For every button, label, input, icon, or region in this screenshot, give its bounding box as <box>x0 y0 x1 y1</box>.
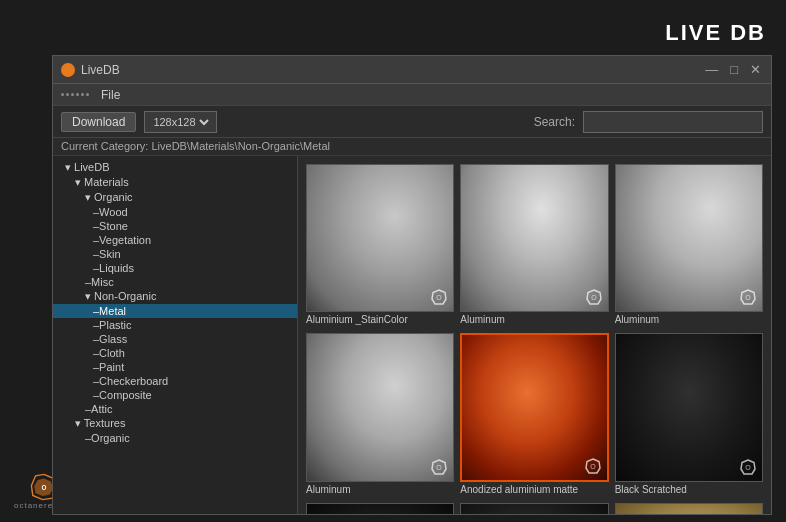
material-item-anodized[interactable]: O Anodized aluminium matte <box>460 333 608 496</box>
material-thumb-aluminium-staincolor: O <box>306 164 454 312</box>
material-item-aluminum2[interactable]: O Aluminum <box>615 164 763 327</box>
material-thumb-aluminum2: O <box>615 164 763 312</box>
tree-item-textures-organic[interactable]: –Organic <box>53 431 297 445</box>
titlebar: LiveDB — □ ✕ <box>53 56 771 84</box>
tree-item-organic[interactable]: ▾ Organic <box>53 190 297 205</box>
size-selector[interactable]: 128x128 64x64 256x256 512x512 <box>144 111 217 133</box>
octane-watermark-2: O <box>586 289 602 305</box>
live-db-title: LIVE DB <box>665 20 766 46</box>
svg-text:O: O <box>745 464 751 471</box>
menu-dots <box>61 93 89 96</box>
material-thumb-aluminum3: O <box>306 333 454 481</box>
main-content: ▾ LiveDB ▾ Materials ▾ Organic –Wood –St… <box>53 156 771 514</box>
livedb-window: LiveDB — □ ✕ File Download 128x128 64x64… <box>52 55 772 515</box>
tree-item-checkerboard[interactable]: –Checkerboard <box>53 374 297 388</box>
tree-item-livedb[interactable]: ▾ LiveDB <box>53 160 297 175</box>
search-label: Search: <box>534 115 575 129</box>
svg-text:O: O <box>41 484 46 491</box>
svg-text:O: O <box>590 463 596 470</box>
menu-dot-4 <box>76 93 79 96</box>
maximize-button[interactable]: □ <box>728 63 740 76</box>
menu-dot-5 <box>81 93 84 96</box>
tree-item-metal[interactable]: –Metal <box>53 304 297 318</box>
tree-item-attic[interactable]: –Attic <box>53 402 297 416</box>
tree-item-liquids[interactable]: –Liquids <box>53 261 297 275</box>
tree-item-wood[interactable]: –Wood <box>53 205 297 219</box>
tree-item-materials[interactable]: ▾ Materials <box>53 175 297 190</box>
svg-text:O: O <box>437 294 443 301</box>
octane-watermark-3: O <box>740 289 756 305</box>
material-item-row3-3[interactable]: O <box>615 503 763 514</box>
menu-dot-3 <box>71 93 74 96</box>
window-icon <box>61 63 75 77</box>
search-input[interactable] <box>583 111 763 133</box>
material-name-anodized: Anodized aluminium matte <box>460 482 608 497</box>
material-item-aluminum3[interactable]: O Aluminum <box>306 333 454 496</box>
material-name-aluminum2: Aluminum <box>615 312 763 327</box>
window-title: LiveDB <box>81 63 120 77</box>
material-name-aluminum3: Aluminum <box>306 482 454 497</box>
titlebar-controls: — □ ✕ <box>703 63 763 76</box>
tree-item-cloth[interactable]: –Cloth <box>53 346 297 360</box>
material-item-black-scratched[interactable]: O Black Scratched <box>615 333 763 496</box>
svg-text:O: O <box>745 294 751 301</box>
size-select-input[interactable]: 128x128 64x64 256x256 512x512 <box>149 115 212 129</box>
menu-dot-6 <box>86 93 89 96</box>
octane-watermark-4: O <box>431 459 447 475</box>
menu-dot-1 <box>61 93 64 96</box>
octane-watermark: O <box>431 289 447 305</box>
material-item-row3-2[interactable]: O <box>460 503 608 514</box>
minimize-button[interactable]: — <box>703 63 720 76</box>
tree-item-skin[interactable]: –Skin <box>53 247 297 261</box>
material-thumb-black-scratched: O <box>615 333 763 481</box>
tree-item-plastic[interactable]: –Plastic <box>53 318 297 332</box>
material-name-black-scratched: Black Scratched <box>615 482 763 497</box>
download-button[interactable]: Download <box>61 112 136 132</box>
octane-watermark-6: O <box>740 459 756 475</box>
octane-watermark-5: O <box>585 458 601 474</box>
titlebar-left: LiveDB <box>61 63 120 77</box>
tree-item-textures[interactable]: ▾ Textures <box>53 416 297 431</box>
menu-dot-2 <box>66 93 69 96</box>
tree-item-composite[interactable]: –Composite <box>53 388 297 402</box>
close-button[interactable]: ✕ <box>748 63 763 76</box>
file-menu[interactable]: File <box>97 88 124 102</box>
material-item-aluminum1[interactable]: O Aluminum <box>460 164 608 327</box>
material-thumb-anodized: O <box>460 333 608 481</box>
file-tree: ▾ LiveDB ▾ Materials ▾ Organic –Wood –St… <box>53 156 298 514</box>
svg-text:O: O <box>591 294 597 301</box>
material-thumb-row3-1: O <box>306 503 454 514</box>
tree-item-non-organic[interactable]: ▾ Non-Organic <box>53 289 297 304</box>
svg-text:O: O <box>437 464 443 471</box>
material-grid: O Aluminium _StainColor O Aluminum <box>298 156 771 514</box>
material-name-aluminium-staincolor: Aluminium _StainColor <box>306 312 454 327</box>
tree-item-stone[interactable]: –Stone <box>53 219 297 233</box>
tree-item-misc[interactable]: –Misc <box>53 275 297 289</box>
tree-item-paint[interactable]: –Paint <box>53 360 297 374</box>
menubar: File <box>53 84 771 106</box>
tree-item-vegetation[interactable]: –Vegetation <box>53 233 297 247</box>
breadcrumb: Current Category: LiveDB\Materials\Non-O… <box>53 138 771 156</box>
toolbar: Download 128x128 64x64 256x256 512x512 S… <box>53 106 771 138</box>
material-thumb-aluminum1: O <box>460 164 608 312</box>
material-item-row3-1[interactable]: O <box>306 503 454 514</box>
tree-item-glass[interactable]: –Glass <box>53 332 297 346</box>
material-thumb-row3-3: O <box>615 503 763 514</box>
material-thumb-row3-2: O <box>460 503 608 514</box>
material-item-aluminium-staincolor[interactable]: O Aluminium _StainColor <box>306 164 454 327</box>
material-name-aluminum1: Aluminum <box>460 312 608 327</box>
